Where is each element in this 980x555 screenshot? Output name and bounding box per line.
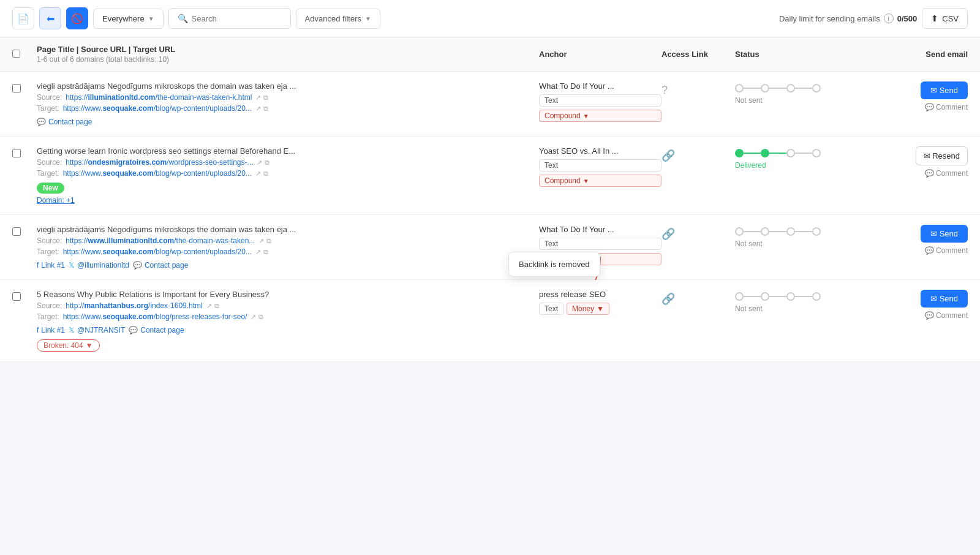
copy-button[interactable]: 📄	[12, 7, 34, 29]
status-dot-4	[812, 84, 821, 92]
source-url-line: Source: https://www.illuminationltd.com/…	[37, 236, 392, 245]
facebook-link[interactable]: f Link #1	[37, 261, 65, 270]
facebook-icon: f	[37, 326, 39, 334]
status-dot-1	[735, 84, 744, 92]
chevron-icon: ▼	[597, 304, 604, 313]
copy-icon[interactable]: ⧉	[258, 313, 263, 321]
copy-icon[interactable]: ⧉	[266, 237, 271, 245]
send-button[interactable]: ✉ Send	[921, 225, 968, 243]
compound-tag[interactable]: Compound ▼	[539, 175, 662, 187]
row-checkbox[interactable]	[12, 227, 21, 236]
copy-icon[interactable]: ⧉	[214, 302, 219, 310]
target-url[interactable]: https://www.seoquake.com/blog/press-rele…	[63, 312, 247, 321]
info-icon[interactable]: i	[884, 13, 894, 23]
target-url[interactable]: https://www.seoquake.com/blog/wp-content…	[63, 104, 252, 113]
copy-icon[interactable]: ⧉	[263, 170, 268, 178]
question-mark-icon[interactable]: ?	[662, 84, 668, 97]
row-main-content: viegli apstrādājams Negodīgums mikroskop…	[37, 81, 539, 126]
target-url[interactable]: https://www.seoquake.com/blog/wp-content…	[63, 247, 252, 256]
upload-icon: ⬆	[931, 13, 938, 23]
block-button[interactable]: 🚫	[66, 7, 88, 29]
text-tag: Text	[539, 94, 662, 107]
send-button[interactable]: ✉ Send	[921, 290, 968, 308]
row-anchor: Yoast SEO vs. All In ... Text Compound ▼	[539, 146, 662, 187]
copy-icon[interactable]: ⧉	[263, 248, 268, 256]
money-tag[interactable]: Money ▼	[567, 303, 609, 315]
external-link-icon[interactable]: ↗	[255, 170, 261, 178]
everywhere-dropdown[interactable]: Everywhere ▼	[93, 9, 164, 29]
comment-button[interactable]: 💬 Comment	[925, 246, 968, 255]
anchor-tags: Text Compound ▼	[539, 159, 662, 187]
twitter-link[interactable]: 𝕏 @illuminationltd	[69, 261, 129, 270]
chain-link-icon[interactable]: 🔗	[662, 149, 675, 162]
status-dot-3	[786, 149, 795, 157]
source-url[interactable]: https://www.illuminationltd.com/the-doma…	[66, 236, 255, 245]
status-dot-2	[761, 84, 769, 92]
external-link-icon[interactable]: ↗	[255, 248, 261, 256]
row-access: 🔗	[662, 146, 735, 162]
row-status: Not sent	[735, 81, 870, 105]
comment-button[interactable]: 💬 Comment	[925, 103, 968, 111]
daily-limit-label: Daily limit for sending emails	[779, 14, 880, 23]
broken-link-icon[interactable]: 🔗	[662, 292, 675, 306]
chevron-down-icon: ▼	[148, 15, 154, 22]
advanced-filters-button[interactable]: Advanced filters ▼	[296, 9, 380, 29]
external-link-icon[interactable]: ↗	[206, 302, 212, 310]
twitter-icon: 𝕏	[69, 261, 75, 270]
resend-button[interactable]: ✉ Resend	[916, 146, 968, 165]
external-link-icon[interactable]: ↗	[251, 313, 256, 321]
external-link-icon[interactable]: ↗	[257, 159, 262, 167]
external-link-icon[interactable]: ↗	[258, 237, 264, 245]
copy-icon[interactable]: ⧉	[263, 105, 268, 113]
status-dot-1	[735, 149, 744, 157]
contact-page-link[interactable]: 💬 Contact page	[37, 118, 92, 126]
source-url[interactable]: http://manhattanbus.org/index-1609.html	[66, 301, 202, 310]
search-input[interactable]	[192, 14, 277, 23]
toolbar: 📄 ⬅ 🚫 Everywhere ▼ 🔍 Advanced filters ▼ …	[0, 0, 980, 37]
domain-plus[interactable]: Domain: +1	[37, 196, 539, 205]
twitter-icon: 𝕏	[69, 326, 75, 334]
broken-badge[interactable]: Broken: 404 ▼	[37, 339, 100, 352]
target-url[interactable]: https://www.seoquake.com/blog/wp-content…	[63, 169, 252, 178]
text-tag: Text	[539, 303, 564, 315]
page-title: viegli apstrādājams Negodīgums mikroskop…	[37, 225, 392, 234]
row-main-content: Getting worse learn Ironic wordpress seo…	[37, 146, 539, 205]
broken-link-icon[interactable]: 🔗	[662, 227, 675, 241]
search-box[interactable]: 🔍	[168, 8, 291, 29]
row-checkbox[interactable]	[12, 292, 21, 301]
status-line-3	[795, 153, 812, 154]
source-url[interactable]: https://ondesmigratoires.com/wordpress-s…	[66, 158, 253, 167]
external-link-icon[interactable]: ↗	[255, 94, 261, 102]
anchor-text: What To Do If Your ...	[539, 225, 662, 234]
select-all-checkbox[interactable]	[12, 50, 20, 58]
target-url-line: Target: https://www.seoquake.com/blog/wp…	[37, 169, 392, 178]
compound-tag[interactable]: Compound ▼	[539, 110, 662, 122]
back-button[interactable]: ⬅	[39, 7, 61, 29]
contact-page-link[interactable]: 💬 Contact page	[129, 326, 184, 334]
comment-button[interactable]: 💬 Comment	[925, 311, 968, 320]
access-column-header: Access Link	[662, 50, 735, 59]
status-text: Not sent	[735, 304, 870, 313]
text-tag: Text	[539, 159, 662, 172]
copy-icon[interactable]: ⧉	[265, 159, 270, 167]
copy-icon[interactable]: ⧉	[263, 94, 268, 102]
row-checkbox-cell	[12, 146, 37, 159]
twitter-link[interactable]: 𝕏 @NJTRANSIT	[69, 326, 125, 334]
status-line-3	[795, 88, 812, 89]
row-checkbox[interactable]	[12, 149, 21, 157]
page-title: 5 Reasons Why Public Relations is Import…	[37, 290, 392, 299]
status-text: Not sent	[735, 240, 870, 248]
contact-page-link[interactable]: 💬 Contact page	[133, 261, 188, 270]
external-link-icon[interactable]: ↗	[255, 105, 261, 113]
row-checkbox[interactable]	[12, 84, 21, 92]
status-dot-3	[786, 84, 795, 92]
status-dot-2	[761, 149, 769, 157]
comment-button[interactable]: 💬 Comment	[925, 169, 968, 178]
status-dot-2	[761, 227, 769, 236]
csv-button[interactable]: ⬆ CSV	[922, 8, 968, 29]
send-button[interactable]: ✉ Send	[921, 81, 968, 99]
facebook-link[interactable]: f Link #1	[37, 326, 65, 334]
status-line-2	[769, 231, 786, 232]
source-url[interactable]: https://illuminationltd.com/the-domain-w…	[66, 93, 252, 102]
row-send: ✉ Send 💬 Comment	[870, 290, 968, 320]
